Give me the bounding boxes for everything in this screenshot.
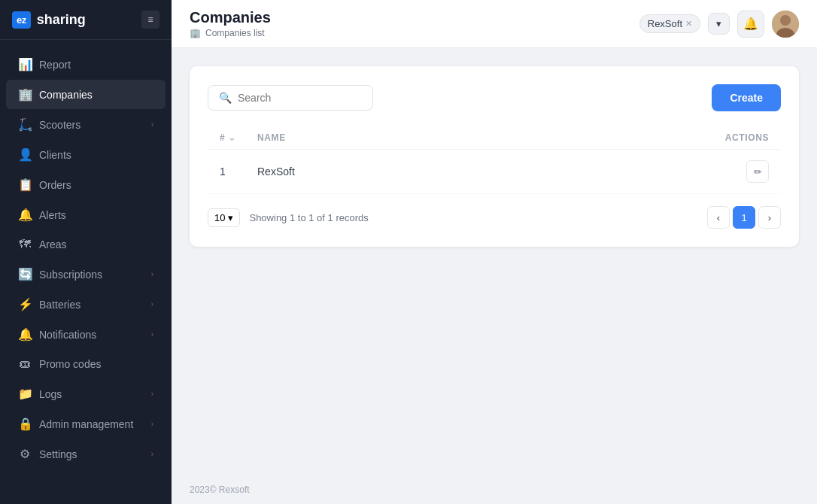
company-dropdown-button[interactable]: ▾ [708, 13, 730, 35]
nav-icon-areas: 🗺 [18, 238, 32, 251]
sidebar-nav: 📊 Report 🏢 Companies 🛴 Scooters › 👤 Clie… [0, 40, 172, 504]
nav-label-notifications: Notifications [39, 329, 144, 341]
col-num-label: # [220, 132, 225, 143]
nav-chevron-batteries: › [151, 300, 153, 308]
pagination-controls: ‹ 1 › [707, 206, 781, 229]
nav-label-report: Report [39, 59, 153, 71]
card-toolbar: 🔍 Create [208, 84, 781, 111]
company-tag[interactable]: RexSoft ✕ [639, 14, 700, 33]
nav-label-clients: Clients [39, 149, 153, 161]
sidebar-item-alerts[interactable]: 🔔 Alerts [6, 200, 166, 229]
avatar[interactable] [772, 11, 799, 38]
nav-icon-subscriptions: 🔄 [18, 267, 32, 281]
sidebar-item-notifications[interactable]: 🔔 Notifications › [6, 320, 166, 349]
svg-point-1 [780, 15, 791, 26]
col-name-header: NAME [257, 132, 679, 143]
edit-button[interactable]: ✏ [746, 160, 769, 183]
create-button[interactable]: Create [712, 84, 781, 111]
nav-icon-companies: 🏢 [18, 87, 32, 102]
table-row: 1 RexSoft ✏ [208, 150, 781, 194]
logo-text: sharing [37, 12, 86, 28]
nav-icon-logs: 📁 [18, 387, 32, 401]
sidebar: ez sharing ≡ 📊 Report 🏢 Companies 🛴 Scoo… [0, 0, 172, 504]
sidebar-item-areas[interactable]: 🗺 Areas [6, 230, 166, 259]
nav-label-areas: Areas [39, 238, 153, 250]
nav-chevron-admin-management: › [151, 420, 153, 428]
table-body: 1 RexSoft ✏ [208, 150, 781, 194]
main-content: Companies 🏢 Companies list RexSoft ✕ ▾ 🔔 [172, 0, 817, 504]
row-actions: ✏ [679, 160, 769, 183]
sidebar-item-batteries[interactable]: ⚡ Batteries › [6, 290, 166, 319]
footer: 2023© Rexsoft [172, 475, 817, 504]
search-wrap: 🔍 [208, 85, 373, 111]
col-num-header: # ⌄ [220, 132, 257, 143]
company-tag-close[interactable]: ✕ [685, 19, 692, 29]
dropdown-chevron: ▾ [716, 18, 721, 29]
sidebar-item-report[interactable]: 📊 Report [6, 50, 166, 79]
breadcrumb-text: Companies list [205, 28, 265, 38]
topbar: Companies 🏢 Companies list RexSoft ✕ ▾ 🔔 [172, 0, 817, 48]
sidebar-item-companies[interactable]: 🏢 Companies [6, 80, 166, 109]
sidebar-logo: ez sharing ≡ [0, 0, 172, 40]
logo-box: ez [12, 11, 31, 29]
nav-icon-notifications: 🔔 [18, 327, 32, 342]
sidebar-item-settings[interactable]: ⚙ Settings › [6, 439, 166, 469]
breadcrumb: 🏢 Companies list [190, 28, 271, 38]
col-actions-header: ACTIONS [679, 132, 769, 143]
pagination-bar: 10 ▾ Showing 1 to 1 of 1 records ‹ 1 › [208, 206, 781, 229]
companies-card: 🔍 Create # ⌄ NAME ACTIONS 1 RexSoft ✏ [190, 66, 799, 247]
nav-label-subscriptions: Subscriptions [39, 269, 144, 281]
nav-icon-settings: ⚙ [18, 447, 32, 461]
sort-icon[interactable]: ⌄ [228, 132, 236, 143]
company-tag-label: RexSoft [648, 18, 682, 29]
page-size-select[interactable]: 10 ▾ [208, 208, 240, 227]
content-area: 🔍 Create # ⌄ NAME ACTIONS 1 RexSoft ✏ [172, 48, 817, 475]
row-num: 1 [220, 165, 257, 178]
page-size-value: 10 [214, 212, 225, 223]
nav-label-logs: Logs [39, 388, 144, 400]
breadcrumb-icon: 🏢 [190, 28, 201, 38]
nav-label-promo-codes: Promo codes [39, 358, 153, 370]
topbar-right: RexSoft ✕ ▾ 🔔 [639, 11, 799, 38]
search-input[interactable] [238, 92, 362, 104]
nav-label-batteries: Batteries [39, 299, 144, 311]
sidebar-item-promo-codes[interactable]: 🎟 Promo codes [6, 350, 166, 378]
notification-icon: 🔔 [743, 17, 758, 31]
next-page-button[interactable]: › [758, 206, 781, 229]
page-title: Companies [190, 9, 271, 26]
sidebar-item-clients[interactable]: 👤 Clients [6, 140, 166, 169]
nav-icon-report: 📊 [18, 57, 32, 71]
nav-label-settings: Settings [39, 448, 144, 460]
page-1-button[interactable]: 1 [733, 206, 755, 229]
nav-label-admin-management: Admin management [39, 418, 144, 430]
topbar-left: Companies 🏢 Companies list [190, 9, 271, 38]
nav-chevron-logs: › [151, 390, 153, 398]
sidebar-item-orders[interactable]: 📋 Orders [6, 170, 166, 199]
sidebar-item-scooters[interactable]: 🛴 Scooters › [6, 110, 166, 139]
sidebar-item-subscriptions[interactable]: 🔄 Subscriptions › [6, 260, 166, 289]
nav-icon-clients: 👤 [18, 147, 32, 162]
search-icon: 🔍 [219, 92, 232, 104]
nav-chevron-scooters: › [151, 120, 153, 129]
sidebar-item-logs[interactable]: 📁 Logs › [6, 379, 166, 408]
notification-button[interactable]: 🔔 [737, 11, 764, 38]
nav-chevron-subscriptions: › [151, 270, 153, 278]
nav-icon-alerts: 🔔 [18, 208, 32, 222]
nav-icon-scooters: 🛴 [18, 117, 32, 132]
nav-icon-promo-codes: 🎟 [18, 357, 32, 371]
table-header: # ⌄ NAME ACTIONS [208, 126, 781, 150]
footer-text: 2023© Rexsoft [190, 484, 250, 495]
nav-icon-orders: 📋 [18, 178, 32, 192]
nav-label-companies: Companies [39, 89, 153, 101]
sidebar-item-admin-management[interactable]: 🔒 Admin management › [6, 409, 166, 439]
nav-label-scooters: Scooters [39, 119, 144, 131]
nav-label-alerts: Alerts [39, 209, 153, 221]
nav-label-orders: Orders [39, 179, 153, 191]
row-name: RexSoft [257, 165, 679, 178]
pagination-info: Showing 1 to 1 of 1 records [249, 212, 368, 223]
sidebar-collapse-button[interactable]: ≡ [141, 11, 159, 29]
prev-page-button[interactable]: ‹ [707, 206, 730, 229]
nav-chevron-notifications: › [151, 330, 153, 339]
nav-chevron-settings: › [151, 450, 153, 458]
page-size-chevron: ▾ [228, 212, 233, 223]
